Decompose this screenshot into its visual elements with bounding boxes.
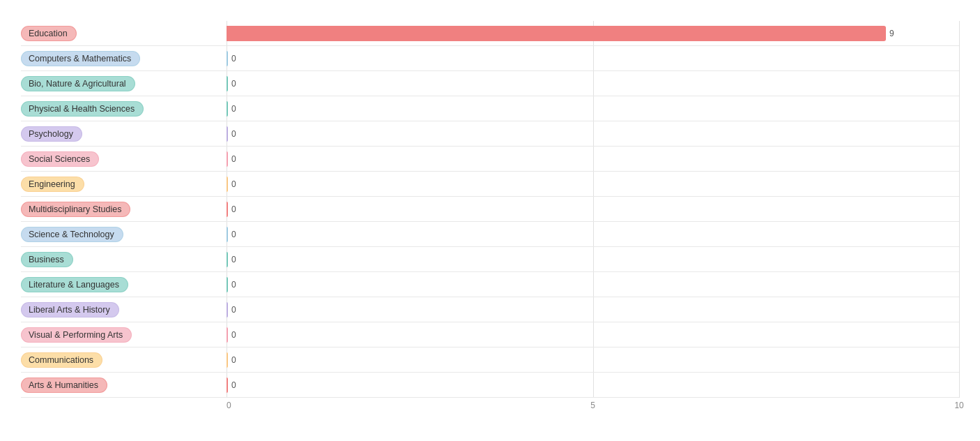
bar-row: Science & Technology0 — [21, 222, 959, 247]
label-pill: Literature & Languages — [21, 277, 227, 292]
x-axis: 0510 — [21, 401, 959, 410]
bar-value: 0 — [231, 255, 236, 264]
category-label: Business — [21, 252, 73, 267]
category-label: Education — [21, 26, 77, 41]
bar-section: 0 — [227, 121, 959, 146]
axis-tick: 10 — [954, 401, 963, 410]
bar-row: Social Sciences0 — [21, 147, 959, 172]
bar-row: Business0 — [21, 247, 959, 272]
axis-tick: 5 — [590, 401, 595, 410]
bar-section: 0 — [227, 347, 959, 372]
bar-value: 0 — [231, 129, 236, 139]
bar — [227, 277, 228, 292]
bar-value: 0 — [231, 179, 236, 189]
category-label: Engineering — [21, 177, 84, 192]
bar — [227, 202, 228, 217]
bar — [227, 227, 228, 242]
category-label: Physical & Health Sciences — [21, 101, 144, 117]
category-label: Psychology — [21, 126, 82, 142]
chart-area: Education9Computers & Mathematics0Bio, N… — [21, 21, 959, 410]
bar-section: 0 — [227, 172, 959, 196]
category-label: Visual & Performing Arts — [21, 327, 132, 343]
bar-row: Visual & Performing Arts0 — [21, 322, 959, 347]
bar — [227, 252, 228, 267]
bar — [227, 51, 228, 66]
bar — [227, 352, 228, 368]
bar-value: 0 — [231, 355, 236, 365]
bar-value: 0 — [231, 380, 236, 390]
axis-tick: 0 — [227, 401, 231, 410]
category-label: Computers & Mathematics — [21, 51, 140, 66]
bar-section: 0 — [227, 46, 959, 70]
bar — [227, 126, 228, 142]
bar-section: 0 — [227, 147, 959, 171]
label-pill: Science & Technology — [21, 227, 227, 242]
bar — [227, 177, 228, 192]
bar-section: 0 — [227, 297, 959, 322]
bar — [227, 302, 228, 317]
category-label: Bio, Nature & Agricultural — [21, 76, 135, 91]
bar-row: Bio, Nature & Agricultural0 — [21, 71, 959, 96]
bar-section: 9 — [227, 21, 959, 45]
label-pill: Physical & Health Sciences — [21, 101, 227, 117]
bar-section: 0 — [227, 222, 959, 246]
label-pill: Business — [21, 252, 227, 267]
bar-section: 0 — [227, 96, 959, 121]
category-label: Liberal Arts & History — [21, 302, 119, 317]
bar-value: 0 — [231, 79, 236, 89]
bar-value: 9 — [889, 29, 894, 38]
label-pill: Visual & Performing Arts — [21, 327, 227, 343]
label-pill: Bio, Nature & Agricultural — [21, 76, 227, 91]
bar-row: Computers & Mathematics0 — [21, 46, 959, 71]
bar-row: Psychology0 — [21, 121, 959, 147]
bar-value: 0 — [231, 330, 236, 340]
grid-line — [959, 21, 960, 398]
bar-section: 0 — [227, 247, 959, 271]
label-pill: Education — [21, 26, 227, 41]
bar-value: 0 — [231, 280, 236, 290]
bar — [227, 327, 228, 343]
bar-row: Communications0 — [21, 347, 959, 373]
category-label: Arts & Humanities — [21, 378, 107, 393]
bar-value: 0 — [231, 54, 236, 63]
label-pill: Engineering — [21, 177, 227, 192]
bar-row: Education9 — [21, 21, 959, 46]
bar-value: 0 — [231, 154, 236, 164]
bar-section: 0 — [227, 322, 959, 347]
category-label: Social Sciences — [21, 151, 99, 167]
label-pill: Social Sciences — [21, 151, 227, 167]
bar-section: 0 — [227, 373, 959, 397]
category-label: Multidisciplinary Studies — [21, 202, 130, 217]
bar-section: 0 — [227, 71, 959, 96]
chart-rows: Education9Computers & Mathematics0Bio, N… — [21, 21, 959, 398]
category-label: Science & Technology — [21, 227, 123, 242]
bar — [227, 76, 228, 91]
label-pill: Arts & Humanities — [21, 378, 227, 393]
label-pill: Psychology — [21, 126, 227, 142]
label-pill: Multidisciplinary Studies — [21, 202, 227, 217]
bar — [227, 151, 228, 167]
bar-row: Physical & Health Sciences0 — [21, 96, 959, 121]
category-label: Literature & Languages — [21, 277, 128, 292]
bar — [227, 378, 228, 393]
bar-value: 0 — [231, 204, 236, 214]
label-pill: Liberal Arts & History — [21, 302, 227, 317]
bar-value: 0 — [231, 104, 236, 114]
bar-row: Literature & Languages0 — [21, 272, 959, 297]
bar-row: Liberal Arts & History0 — [21, 297, 959, 322]
bar — [227, 26, 886, 41]
bar-row: Arts & Humanities0 — [21, 373, 959, 398]
label-pill: Communications — [21, 352, 227, 368]
bar-section: 0 — [227, 272, 959, 297]
bar-section: 0 — [227, 197, 959, 221]
bar-row: Engineering0 — [21, 172, 959, 197]
bar — [227, 101, 228, 117]
category-label: Communications — [21, 352, 102, 368]
bar-value: 0 — [231, 230, 236, 239]
bar-row: Multidisciplinary Studies0 — [21, 197, 959, 222]
bar-value: 0 — [231, 305, 236, 315]
label-pill: Computers & Mathematics — [21, 51, 227, 66]
